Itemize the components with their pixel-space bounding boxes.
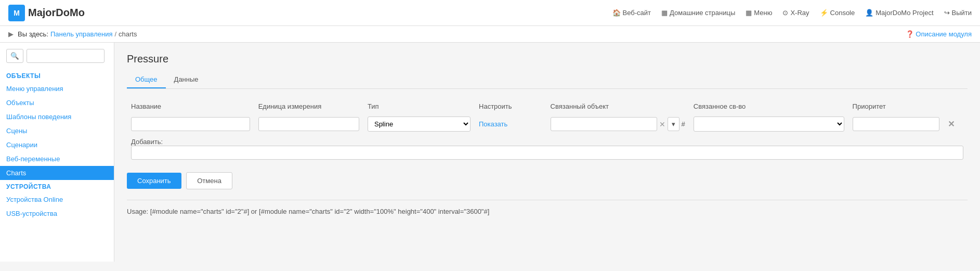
sidebar-search-container: 🔍 bbox=[0, 49, 114, 69]
main-layout: 🔍 ОБЪЕКТЫ Меню управления Объекты Шаблон… bbox=[0, 43, 980, 262]
hash-symbol: # bbox=[682, 120, 685, 128]
nav-logout[interactable]: ↪ Выйти bbox=[944, 9, 972, 17]
form-table: Название Единица измерения Тип Настроить… bbox=[127, 99, 968, 162]
sidebar: 🔍 ОБЪЕКТЫ Меню управления Объекты Шаблон… bbox=[0, 43, 114, 262]
linked-prop-select[interactable] bbox=[694, 117, 844, 132]
linked-obj-dropdown-button[interactable]: ▾ bbox=[668, 117, 680, 131]
action-row: Сохранить Отмена bbox=[127, 172, 968, 189]
header-linked-prop: Связанное св-во bbox=[689, 99, 848, 114]
breadcrumb: ▶ Вы здесь: Панель управления / charts bbox=[8, 30, 137, 38]
header-type: Тип bbox=[363, 99, 475, 114]
linked-obj-clear-button[interactable]: ✕ bbox=[659, 120, 665, 128]
header-settings: Настроить bbox=[475, 99, 546, 114]
sidebar-item-behavior-templates[interactable]: Шаблоны поведения bbox=[0, 110, 114, 124]
cancel-button[interactable]: Отмена bbox=[186, 172, 232, 189]
module-desc-link[interactable]: ❓ Описание модуля bbox=[906, 30, 972, 38]
priority-input[interactable]: 0 bbox=[853, 117, 939, 131]
sidebar-item-menu-mgmt[interactable]: Меню управления bbox=[0, 82, 114, 96]
add-label: Добавить: bbox=[131, 138, 163, 146]
header-action bbox=[944, 99, 968, 114]
sidebar-item-charts[interactable]: Charts bbox=[0, 166, 114, 180]
sidebar-item-devices-online[interactable]: Устройства Online bbox=[0, 192, 114, 207]
unit-input[interactable] bbox=[258, 117, 359, 131]
row-delete-button[interactable]: ✕ bbox=[948, 119, 955, 129]
breadcrumb-icon: ▶ bbox=[8, 30, 14, 38]
grid-icon: ▦ bbox=[661, 9, 668, 17]
nav-xray[interactable]: ⊙ X-Ray bbox=[782, 9, 809, 17]
breadcrumb-prefix: Вы здесь: bbox=[18, 30, 48, 38]
breadcrumb-bar: ▶ Вы здесь: Панель управления / charts ❓… bbox=[0, 26, 980, 43]
home-icon: 🏠 bbox=[612, 9, 621, 17]
linked-obj-input[interactable]: ThisBMP085 bbox=[551, 117, 657, 131]
sidebar-item-usb-devices[interactable]: USB-устройства bbox=[0, 207, 114, 221]
breadcrumb-separator: / bbox=[114, 30, 116, 38]
save-button[interactable]: Сохранить bbox=[127, 173, 181, 189]
settings-show-link[interactable]: Показать bbox=[479, 120, 507, 128]
logout-icon: ↪ bbox=[944, 9, 950, 17]
sidebar-section-devices: УСТРОЙСТВА bbox=[0, 180, 114, 192]
page-title: Pressure bbox=[127, 53, 968, 65]
navbar-links: 🏠 Веб-сайт ▦ Домашние страницы ▦ Меню ⊙ … bbox=[612, 9, 972, 17]
xray-icon: ⊙ bbox=[782, 9, 788, 17]
brand: M MajorDoMo bbox=[8, 5, 85, 21]
sidebar-search-input[interactable] bbox=[27, 49, 104, 63]
add-row: Добавить: bbox=[127, 134, 968, 162]
project-icon: 👤 bbox=[865, 9, 873, 17]
navbar: M MajorDoMo 🏠 Веб-сайт ▦ Домашние страни… bbox=[0, 0, 980, 26]
nav-console[interactable]: ⚡ Console bbox=[820, 9, 855, 17]
sidebar-item-objects[interactable]: Объекты bbox=[0, 96, 114, 110]
table-row: Pressure Spline Line Bar Area bbox=[127, 114, 968, 134]
console-icon: ⚡ bbox=[820, 9, 828, 17]
brand-name: MajorDoMo bbox=[28, 7, 85, 19]
header-unit: Единица измерения bbox=[254, 99, 363, 114]
sidebar-search-button[interactable]: 🔍 bbox=[6, 49, 23, 63]
header-name: Название bbox=[127, 99, 254, 114]
content-area: Pressure Общее Данные Название Единица и… bbox=[114, 43, 980, 262]
logo-icon: M bbox=[8, 5, 25, 21]
sidebar-item-scenes[interactable]: Сцены bbox=[0, 124, 114, 138]
add-input[interactable] bbox=[131, 146, 963, 160]
breadcrumb-parent[interactable]: Панель управления bbox=[50, 30, 112, 38]
usage-info: Usage: [#module name="charts" id="2"#] o… bbox=[127, 200, 968, 215]
nav-website[interactable]: 🏠 Веб-сайт bbox=[612, 9, 651, 17]
nav-home-pages[interactable]: ▦ Домашние страницы bbox=[661, 9, 735, 17]
nav-project[interactable]: 👤 MajorDoMo Project bbox=[865, 9, 933, 17]
linked-obj-cell: ThisBMP085 ✕ ▾ # bbox=[551, 117, 685, 131]
tabs-container: Общее Данные bbox=[127, 71, 968, 89]
breadcrumb-current: charts bbox=[119, 30, 137, 38]
question-icon: ❓ bbox=[906, 30, 914, 38]
menu-icon: ▦ bbox=[746, 9, 752, 17]
header-priority: Приоритет bbox=[848, 99, 944, 114]
sidebar-section-objects: ОБЪЕКТЫ bbox=[0, 69, 114, 82]
nav-menu[interactable]: ▦ Меню bbox=[746, 9, 772, 17]
name-input[interactable]: Pressure bbox=[131, 117, 250, 131]
tab-general[interactable]: Общее bbox=[127, 71, 166, 88]
sidebar-item-scenarios[interactable]: Сценарии bbox=[0, 138, 114, 152]
sidebar-item-web-vars[interactable]: Веб-переменные bbox=[0, 152, 114, 166]
tab-data[interactable]: Данные bbox=[166, 71, 207, 88]
header-linked-obj: Связанный объект bbox=[546, 99, 689, 114]
type-select[interactable]: Spline Line Bar Area bbox=[368, 117, 471, 132]
